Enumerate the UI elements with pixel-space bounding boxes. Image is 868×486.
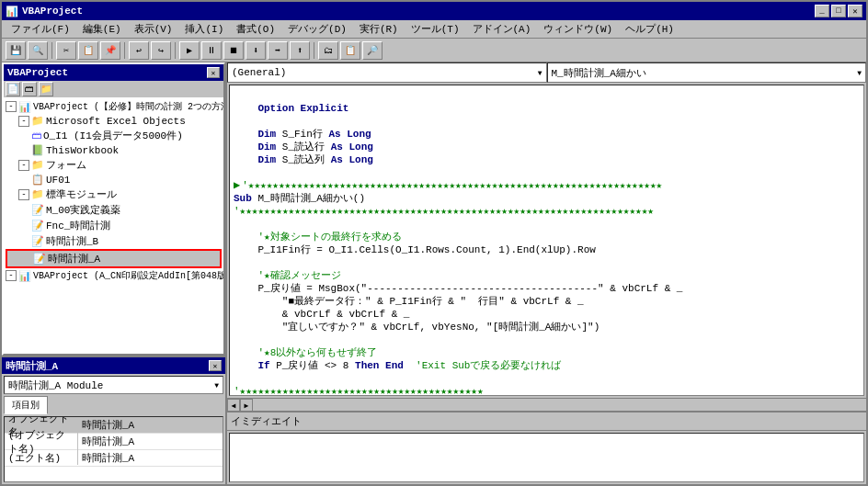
code-line-option: Option Explicit [234, 102, 860, 115]
toolbar-break[interactable]: ⏸ [201, 41, 222, 60]
code-msgbox3: & vbCrLf & vbCrLf & _ [234, 308, 409, 321]
properties-table: オブジェクト名 時間計測_A (オブジェクト名) 時間計測_A (エクト名) 時… [4, 416, 223, 482]
immediate-window: イミディエイト [227, 411, 866, 484]
code-line-if: If P_戻り値 <> 8 Then End 'Exit Subで戻る必要なけれ… [234, 359, 860, 372]
forms-icon: 📁 [31, 159, 44, 171]
toolbar-properties[interactable]: 📋 [340, 41, 360, 60]
maximize-button[interactable]: □ [831, 5, 846, 17]
code-line-2 [234, 115, 860, 128]
menu-edit[interactable]: 編集(E) [77, 20, 127, 38]
menu-tools[interactable]: ツール(T) [405, 20, 465, 38]
properties-dropdown-arrow[interactable]: ▼ [214, 381, 219, 390]
jikan-a-icon: 📝 [33, 253, 46, 265]
tree-item-thisworkbook[interactable]: 📗 ThisWorkbook [6, 143, 222, 157]
scroll-left-btn[interactable]: ◀ [227, 399, 240, 412]
code-line-4 [234, 218, 860, 231]
vbaproject2-icon: 📊 [18, 270, 31, 282]
tree-item-vbaproject2[interactable]: - 📊 VBAProject (A_CN印刷設定AddIn[第048版]_UF [6, 268, 222, 283]
toolbar-paste[interactable]: 📌 [100, 41, 120, 60]
props-row-object-label: (エクト名) [5, 451, 78, 465]
view-object-btn[interactable]: 🗃 [22, 82, 37, 96]
tree-item-fnc[interactable]: 📝 Fnc_時間計測 [6, 218, 222, 233]
toolbar-objectbrowser[interactable]: 🔎 [362, 41, 383, 60]
tree-item-uf01[interactable]: 📋 UF01 [6, 173, 222, 186]
general-dropdown-arrow[interactable]: ▼ [538, 69, 542, 77]
project-explorer: VBAProject ✕ 📄 🗃 📁 - 📊 VBAProject (【必修】時… [2, 62, 225, 356]
tree-item-m00[interactable]: 📝 M_00実践定義薬 [6, 202, 222, 218]
fnc-label: Fnc_時間計測 [46, 219, 110, 232]
toolbar-step-over[interactable]: ➡ [268, 41, 288, 60]
project-explorer-close[interactable]: ✕ [207, 67, 220, 78]
code-line-dim2: Dim S_読込行 As Long [234, 141, 860, 153]
vbaproject-label: VBAProject (【必修】時間の計測 2つの方法03.xlsr [33, 100, 223, 113]
toolbar-save[interactable]: 💾 [6, 41, 26, 60]
immediate-content[interactable] [229, 433, 864, 482]
menu-run[interactable]: 実行(R) [354, 20, 404, 38]
menu-insert[interactable]: 挿入(I) [179, 20, 229, 38]
scroll-right-btn[interactable]: ▶ [240, 399, 253, 412]
toolbar-copy[interactable]: 📋 [78, 41, 98, 60]
code-blank-2 [234, 115, 240, 128]
jikan-a-label: 時間計測_A [48, 252, 100, 266]
menu-file[interactable]: ファイル(F) [6, 20, 75, 38]
project-explorer-title: VBAProject [7, 67, 207, 78]
expand-excel[interactable]: - [18, 116, 29, 127]
menu-help[interactable]: ヘルプ(H) [620, 20, 680, 38]
menu-format[interactable]: 書式(O) [231, 20, 280, 38]
title-icon: 📊 [6, 6, 18, 17]
toolbar-step-out[interactable]: ⬆ [290, 41, 310, 60]
tree-item-jikan-b[interactable]: 📝 時間計測_B [6, 233, 222, 249]
toggle-folders-btn[interactable]: 📁 [39, 82, 53, 96]
minimize-button[interactable]: _ [815, 5, 829, 17]
scroll-bottom-buttons: ◀ ▶ [227, 398, 866, 411]
method-dropdown-arrow[interactable]: ▼ [857, 69, 862, 77]
expand-modules[interactable]: - [18, 189, 29, 200]
menu-debug[interactable]: デバッグ(D) [282, 20, 352, 38]
properties-close[interactable]: ✕ [209, 360, 222, 371]
props-col-header2: 時間計測_A [78, 418, 223, 432]
toolbar-undo[interactable]: ↩ [129, 41, 149, 60]
method-dropdown[interactable]: M_時間計測_A細かい ▼ [547, 62, 867, 83]
toolbar-explorer[interactable]: 🗂 [318, 41, 338, 60]
toolbar-run[interactable]: ▶ [179, 41, 200, 60]
code-blank-5 [234, 256, 240, 269]
tree-item-standard-modules[interactable]: - 📁 標準モジュール [6, 186, 222, 202]
code-line-5 [234, 256, 860, 269]
close-button[interactable]: ✕ [848, 5, 862, 17]
tab-alphabetical[interactable]: 項目別 [4, 396, 48, 414]
toolbar-redo[interactable]: ↪ [151, 41, 171, 60]
toolbar-reset[interactable]: ⏹ [223, 41, 244, 60]
code-blank-7 [234, 372, 240, 385]
vba-main-window: 📊 VBAProject _ □ ✕ ファイル(F) 編集(E) 表示(V) 挿… [0, 0, 868, 486]
code-msgbox4: "宜しいですか？" & vbCrLf, vbYesNo, "[時間計測_A細かい… [234, 321, 600, 333]
toolbar-search[interactable]: 🔍 [28, 41, 48, 60]
code-line-lastrow: P_I1Fin行 = O_I1.Cells(O_I1.Rows.Count, 1… [234, 243, 860, 256]
tree-item-forms[interactable]: - 📁 フォーム [6, 157, 222, 173]
toolbar-cut[interactable]: ✂ [56, 41, 76, 60]
scroll-track [253, 399, 866, 411]
toolbar-step-into[interactable]: ⬇ [246, 41, 266, 60]
general-dropdown[interactable]: (General) ▼ [227, 62, 547, 83]
code-text-option: Option Explicit [234, 102, 348, 115]
code-stars1-text: '★★★★★★★★★★★★★★★★★★★★★★★★★★★★★★★★★★★★★★★… [242, 179, 662, 192]
menu-addin[interactable]: アドイン(A) [467, 20, 537, 38]
expand-forms[interactable]: - [18, 160, 29, 171]
view-code-btn[interactable]: 📄 [6, 82, 20, 96]
code-text-1 [234, 89, 240, 102]
code-area[interactable]: Option Explicit Dim S_Fin行 As Long Dim S… [229, 85, 864, 396]
props-row-object: (エクト名) 時間計測_A [5, 450, 223, 467]
toolbar-sep3 [175, 42, 176, 59]
toolbar-sep2 [124, 42, 125, 59]
tree-item-o-i1[interactable]: 🗃 O_I1 (I1会員データ5000件) [6, 128, 222, 143]
thisworkbook-label: ThisWorkbook [46, 145, 119, 156]
project-toolbar: 📄 🗃 📁 [4, 81, 223, 97]
tree-item-excel-objects[interactable]: - 📁 Microsoft Excel Objects [6, 114, 222, 128]
tree-item-jikan-a[interactable]: 📝 時間計測_A [6, 249, 222, 268]
project-explorer-titlebar: VBAProject ✕ [4, 64, 223, 81]
menu-view[interactable]: 表示(V) [129, 20, 178, 38]
menu-window[interactable]: ウィンドウ(W) [538, 20, 618, 38]
tree-item-vbaproject[interactable]: - 📊 VBAProject (【必修】時間の計測 2つの方法03.xlsr [6, 99, 222, 114]
expand-vbaproject[interactable]: - [6, 101, 17, 112]
expand-vbaproject2[interactable]: - [6, 270, 17, 281]
properties-dropdown[interactable]: 時間計測_A Module ▼ [4, 376, 223, 394]
